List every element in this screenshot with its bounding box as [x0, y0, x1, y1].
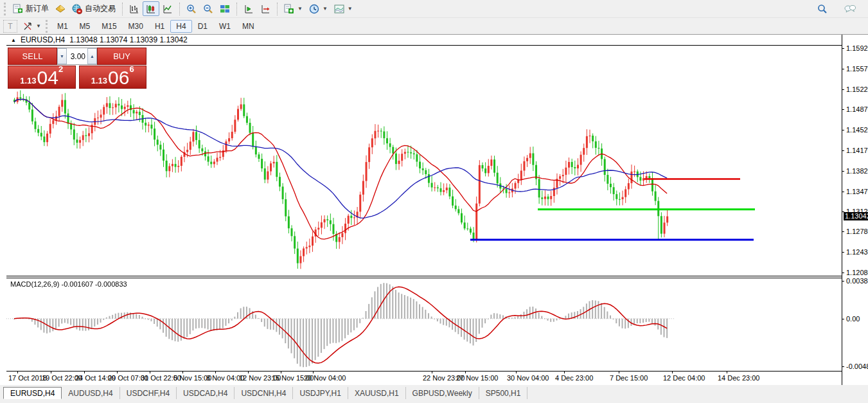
- zoomin-icon: [186, 4, 197, 14]
- toolbar-drag-handle[interactable]: [46, 20, 49, 33]
- chart-tab-eurusd[interactable]: EURUSD,H4: [3, 387, 62, 399]
- macd-tick: [842, 281, 844, 282]
- price-axis-label: 1.14520: [846, 126, 868, 134]
- volume-input[interactable]: [67, 48, 87, 64]
- timeframe-w1-button[interactable]: W1: [213, 20, 236, 33]
- text-tool-button[interactable]: T: [3, 20, 17, 33]
- price-axis-label: 1.15570: [846, 65, 868, 73]
- chart-tab-sp500[interactable]: SP500,H1: [479, 387, 528, 399]
- chart-tab-xauusd[interactable]: XAUUSD,H1: [348, 387, 406, 399]
- price-axis-label: 1.14870: [846, 105, 868, 113]
- timeframe-m30-button[interactable]: M30: [123, 20, 149, 33]
- chart-tab-usdcad[interactable]: USDCAD,H4: [177, 387, 235, 399]
- time-tick: [117, 372, 118, 373]
- window-bottom-edge: [0, 399, 868, 403]
- sell-price-sup: 2: [58, 65, 63, 73]
- chevron-down-icon: ▼: [348, 6, 353, 12]
- time-axis-label: 12 Dec 04:00: [663, 374, 705, 382]
- sell-button[interactable]: SELL: [8, 48, 57, 65]
- timeframe-h4-button[interactable]: H4: [170, 20, 191, 33]
- timeframe-h1-button[interactable]: H1: [149, 20, 170, 33]
- tile-windows-button[interactable]: [217, 1, 233, 16]
- time-tick: [51, 372, 51, 373]
- time-tick: [182, 372, 183, 373]
- price-tick: [842, 192, 844, 192]
- arrows-icon: [22, 21, 33, 31]
- time-tick: [465, 372, 466, 373]
- arrows-tool-button[interactable]: ▼: [19, 19, 44, 33]
- timeframe-m1-button[interactable]: M1: [51, 20, 74, 33]
- timeframe-d1-button[interactable]: D1: [192, 20, 213, 33]
- one-click-collapse-icon[interactable]: ▲: [11, 37, 16, 43]
- line-chart-button[interactable]: [159, 1, 176, 16]
- chart-tab-usdchf[interactable]: USDCHF,H4: [120, 387, 177, 399]
- chart-tab-usdjpy[interactable]: USDJPY,H1: [293, 387, 348, 399]
- buy-price-sup: 6: [129, 65, 134, 73]
- timeframe-mn-button[interactable]: MN: [236, 20, 260, 33]
- chart-tab-gbpusd[interactable]: GBPUSD,Weekly: [406, 387, 479, 399]
- axis-play-icon: [244, 4, 254, 14]
- chart-tab-audusd[interactable]: AUDUSD,H4: [62, 387, 120, 399]
- timeframe-toolbar: T ▼ M1M5M15M30H1H4D1W1MN: [0, 18, 868, 35]
- timeframe-m5-button[interactable]: M5: [74, 20, 96, 33]
- current-price-tag: 1.13042: [844, 212, 868, 220]
- chart-tab-usdcnh[interactable]: USDCNH,H4: [235, 387, 293, 399]
- price-tick: [842, 273, 844, 273]
- price-tick: [842, 150, 844, 151]
- volume-decrease-button[interactable]: ▼: [57, 48, 67, 64]
- price-axis-label: 1.15220: [846, 85, 868, 93]
- buy-price-button[interactable]: 1.13066: [79, 66, 147, 89]
- chart-shift-button[interactable]: [257, 1, 274, 16]
- sell-price-big: 04: [37, 70, 58, 86]
- time-tick: [281, 372, 281, 373]
- timeframe-m15-button[interactable]: M15: [96, 20, 122, 33]
- metaeditor-button[interactable]: [52, 1, 69, 16]
- auto-scroll-button[interactable]: [240, 1, 257, 16]
- line-icon: [163, 4, 173, 14]
- axis-shift-icon: [260, 4, 270, 14]
- zoom-in-button[interactable]: [183, 1, 200, 16]
- time-axis-label: 17 Oct 2018: [8, 374, 47, 382]
- price-tick: [842, 89, 844, 90]
- templates-button[interactable]: ▼: [331, 1, 356, 16]
- zoom-out-button[interactable]: [200, 1, 217, 16]
- macd-tick: [842, 319, 844, 319]
- candlestick-chart-button[interactable]: [143, 1, 159, 16]
- price-axis-label: 1.12780: [846, 228, 868, 235]
- zoomout-icon: [203, 4, 213, 14]
- time-tick: [619, 372, 619, 373]
- time-tick: [150, 372, 150, 373]
- sell-price-button[interactable]: 1.13042: [8, 66, 76, 89]
- toolbar-separator: [179, 3, 180, 15]
- price-tick: [842, 48, 844, 49]
- buy-button[interactable]: BUY: [97, 48, 146, 65]
- time-tick: [727, 372, 727, 373]
- search-button[interactable]: [814, 1, 831, 16]
- price-axis-label: 1.13820: [846, 167, 868, 175]
- sell-price-prefix: 1.13: [20, 76, 36, 86]
- volume-increase-button[interactable]: ▲: [87, 48, 97, 64]
- grid-icon: [220, 4, 230, 14]
- chat-button[interactable]: [840, 1, 859, 16]
- macd-indicator-canvas[interactable]: [6, 279, 842, 371]
- new-order-button[interactable]: 新订单: [10, 1, 52, 16]
- price-tick: [842, 130, 844, 130]
- indicators-button[interactable]: ▼: [281, 1, 306, 16]
- price-axis[interactable]: 1.159201.155701.152201.148701.145201.141…: [842, 35, 868, 385]
- chevron-down-icon: ▼: [36, 23, 41, 29]
- bar-chart-button[interactable]: [126, 1, 143, 16]
- toolbar-drag-handle[interactable]: [4, 3, 7, 15]
- price-tick: [842, 69, 844, 69]
- time-axis[interactable]: 17 Oct 201819 Oct 22:0024 Oct 14:0029 Oc…: [6, 371, 842, 385]
- pane-divider[interactable]: [6, 276, 868, 278]
- periods-button[interactable]: ▼: [306, 1, 331, 16]
- price-tick: [842, 231, 844, 232]
- candles-icon: [146, 4, 156, 14]
- time-tick: [672, 372, 673, 373]
- macd-axis-label: 0.00: [846, 315, 860, 323]
- time-axis-label: 4 Dec 23:00: [555, 374, 593, 382]
- autotrading-button[interactable]: 自动交易: [69, 1, 119, 16]
- chevron-down-icon: ▼: [297, 6, 303, 12]
- doc-plus-icon: [13, 4, 23, 14]
- main-toolbar: 新订单自动交易▼▼▼: [0, 0, 868, 18]
